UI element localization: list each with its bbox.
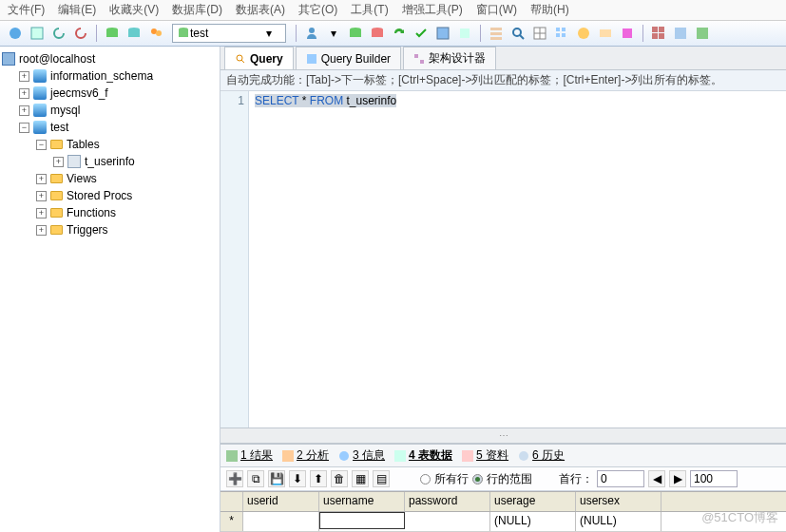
expand-icon[interactable]: + [19, 105, 29, 116]
folder-icon [50, 225, 63, 235]
menu-fav[interactable]: 收藏夹(V) [109, 2, 159, 18]
cell-username[interactable] [319, 512, 405, 529]
menu-edit[interactable]: 编辑(E) [58, 2, 96, 18]
limit-input[interactable] [690, 470, 738, 487]
tab-result[interactable]: 1 结果 [226, 447, 273, 464]
delete-icon[interactable]: 🗑 [331, 470, 348, 487]
sql-code[interactable]: SELECT * FROM t_userinfo [249, 91, 786, 428]
tab-history[interactable]: 6 历史 [518, 447, 565, 464]
expand-icon[interactable]: + [36, 191, 47, 201]
tool7-icon[interactable] [671, 24, 690, 43]
tool8-icon[interactable] [693, 24, 712, 43]
db-red-icon[interactable] [368, 24, 387, 43]
horizontal-scrollbar[interactable]: ⋯ [220, 428, 786, 443]
collapse-icon[interactable]: − [19, 123, 29, 133]
menu-table[interactable]: 数据表(A) [236, 2, 285, 18]
menu-tool[interactable]: 工具(T) [351, 2, 388, 18]
refresh-icon[interactable] [49, 24, 68, 43]
refresh-red-icon[interactable] [71, 24, 90, 43]
cell-userage[interactable]: (NULL) [490, 512, 576, 531]
menu-adv[interactable]: 增强工具(P) [402, 2, 463, 18]
expand-icon[interactable]: + [36, 225, 47, 236]
db-green-icon[interactable] [346, 24, 365, 43]
expand-icon[interactable]: + [36, 208, 47, 218]
funcs-folder[interactable]: Functions [67, 206, 116, 219]
svg-point-17 [513, 28, 521, 36]
cell-password[interactable] [405, 512, 490, 531]
menu-file[interactable]: 文件(F) [8, 2, 45, 18]
user-icon[interactable] [302, 24, 321, 43]
save-icon[interactable]: 💾 [268, 470, 285, 487]
radio-allrows[interactable] [420, 474, 431, 484]
menu-other[interactable]: 其它(O) [298, 2, 337, 18]
import-icon[interactable]: ⬆ [310, 470, 327, 487]
db-item-test[interactable]: test [50, 121, 68, 134]
expand-icon[interactable]: + [36, 174, 47, 184]
expand-icon[interactable]: + [53, 157, 64, 167]
col-usersex[interactable]: usersex [576, 492, 661, 511]
tool1-icon[interactable] [433, 24, 452, 43]
cell-usersex[interactable]: (NULL) [576, 512, 661, 531]
add-row-icon[interactable]: ➕ [226, 470, 243, 487]
table-item[interactable]: t_userinfo [85, 155, 135, 168]
tool3-icon[interactable] [487, 24, 506, 43]
col-username[interactable]: username [319, 492, 405, 511]
tab-builder[interactable]: Query Builder [296, 47, 401, 69]
db-item[interactable]: information_schema [50, 69, 153, 83]
view1-icon[interactable]: ▦ [352, 470, 369, 487]
database-selector[interactable]: ▾ [172, 24, 286, 43]
tab-info[interactable]: 5 资料 [462, 447, 508, 464]
menu-window[interactable]: 窗口(W) [476, 2, 517, 18]
chevron-down-icon[interactable]: ▾ [324, 24, 343, 43]
svg-rect-9 [179, 29, 188, 37]
db2-icon[interactable] [125, 24, 144, 43]
col-password[interactable]: password [405, 492, 490, 511]
chevron-down-icon[interactable]: ▾ [266, 27, 272, 40]
tab-tabledata[interactable]: 4 表数据 [394, 447, 452, 464]
copy-row-icon[interactable]: ⧉ [247, 470, 264, 487]
cell-userid[interactable] [243, 512, 319, 531]
tool6-icon[interactable] [618, 24, 637, 43]
db-icon[interactable] [103, 24, 122, 43]
db-item[interactable]: jeecmsv6_f [50, 86, 108, 100]
radio-range[interactable] [472, 474, 483, 484]
check-icon[interactable] [412, 24, 431, 43]
tool2-icon[interactable] [455, 24, 474, 43]
menu-help[interactable]: 帮助(H) [530, 2, 569, 18]
table-icon[interactable] [530, 24, 549, 43]
triggers-folder[interactable]: Triggers [67, 223, 108, 237]
database-input[interactable] [190, 27, 266, 40]
col-userage[interactable]: userage [490, 492, 576, 511]
tab-profile[interactable]: 2 分析 [282, 447, 329, 464]
expand-icon[interactable]: + [19, 71, 29, 82]
procs-folder[interactable]: Stored Procs [67, 189, 132, 202]
grid-corner [220, 492, 243, 511]
tables-folder[interactable]: Tables [67, 138, 100, 151]
refresh2-icon[interactable] [390, 24, 409, 43]
next-icon[interactable]: ▶ [669, 470, 686, 487]
expand-icon[interactable]: + [19, 88, 29, 99]
sql-editor[interactable]: 1 SELECT * FROM t_userinfo [220, 91, 786, 428]
collapse-icon[interactable]: − [36, 140, 47, 150]
db-item[interactable]: mysql [50, 104, 80, 117]
col-userid[interactable]: userid [243, 492, 319, 511]
export-icon[interactable]: ⬇ [289, 470, 306, 487]
new-conn-icon[interactable] [6, 24, 25, 43]
tool4-icon[interactable] [574, 24, 593, 43]
svg-point-7 [156, 30, 162, 36]
view2-icon[interactable]: ▤ [373, 470, 390, 487]
tab-designer[interactable]: 架构设计器 [403, 47, 496, 69]
firstrow-input[interactable] [597, 470, 644, 487]
connection-label[interactable]: root@localhost [19, 52, 95, 66]
tab-query[interactable]: Query [224, 47, 294, 69]
prev-icon[interactable]: ◀ [648, 470, 665, 487]
search-icon[interactable] [508, 24, 527, 43]
tab-messages[interactable]: 3 信息 [338, 447, 385, 464]
grid-icon[interactable] [552, 24, 571, 43]
views-folder[interactable]: Views [67, 172, 97, 185]
grid2-icon[interactable] [649, 24, 668, 43]
menu-db[interactable]: 数据库(D) [172, 2, 222, 18]
users-icon[interactable] [146, 24, 165, 43]
tool5-icon[interactable] [596, 24, 615, 43]
new-query-icon[interactable] [28, 24, 47, 43]
